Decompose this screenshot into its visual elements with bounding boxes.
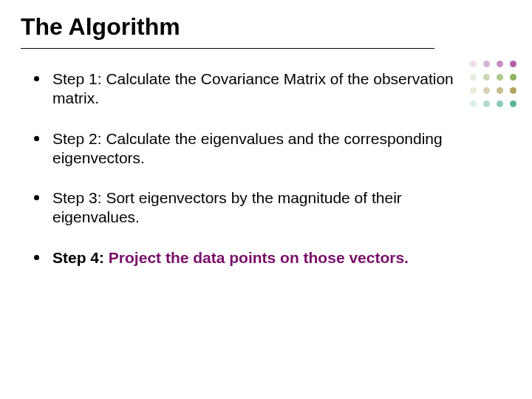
step-body: Calculate the Covariance Matrix of the o… xyxy=(52,70,454,106)
decor-dot xyxy=(497,61,503,67)
bullet-icon xyxy=(34,76,39,81)
list-item: Step 4: Project the data points on those… xyxy=(34,248,473,267)
decor-dot xyxy=(483,100,490,107)
bullet-text: Step 3: Sort eigenvectors by the magnitu… xyxy=(52,188,473,228)
step-highlight: Project the data points on those vectors… xyxy=(109,249,409,266)
decor-dot xyxy=(470,100,477,107)
decor-dot xyxy=(470,61,477,67)
decor-dot xyxy=(497,100,503,107)
title-block: The Algorithm xyxy=(0,0,532,45)
decor-dot xyxy=(497,87,503,94)
slide: The Algorithm Step 1: Calculate the Cova… xyxy=(0,0,532,399)
decor-dot xyxy=(470,87,477,94)
slide-title: The Algorithm xyxy=(21,13,532,41)
step-prefix: Step 3: xyxy=(52,189,106,206)
content-area: Step 1: Calculate the Covariance Matrix … xyxy=(0,49,532,267)
list-item: Step 3: Sort eigenvectors by the magnitu… xyxy=(34,188,473,228)
decor-dot xyxy=(510,100,516,107)
decor-dot xyxy=(497,74,503,81)
decor-dot xyxy=(483,87,490,94)
bullet-text: Step 1: Calculate the Covariance Matrix … xyxy=(52,69,473,109)
list-item: Step 2: Calculate the eigenvalues and th… xyxy=(34,129,473,168)
decorative-dot-grid xyxy=(470,61,520,111)
bullet-icon xyxy=(34,255,39,260)
decor-dot xyxy=(510,87,516,94)
step-prefix: Step 1: xyxy=(52,70,106,87)
decor-dot xyxy=(470,74,477,81)
bullet-icon xyxy=(34,136,39,141)
list-item: Step 1: Calculate the Covariance Matrix … xyxy=(34,69,473,109)
decor-dot xyxy=(510,74,516,81)
bullet-text: Step 4: Project the data points on those… xyxy=(52,248,409,267)
bullet-icon xyxy=(34,195,39,200)
step-prefix: Step 2: xyxy=(52,130,106,147)
step-prefix: Step 4: xyxy=(52,249,109,266)
step-body: Calculate the eigenvalues and the corres… xyxy=(52,130,443,166)
decor-dot xyxy=(510,61,516,67)
bullet-text: Step 2: Calculate the eigenvalues and th… xyxy=(52,129,473,168)
decor-dot xyxy=(483,61,490,67)
decor-dot xyxy=(483,74,490,81)
